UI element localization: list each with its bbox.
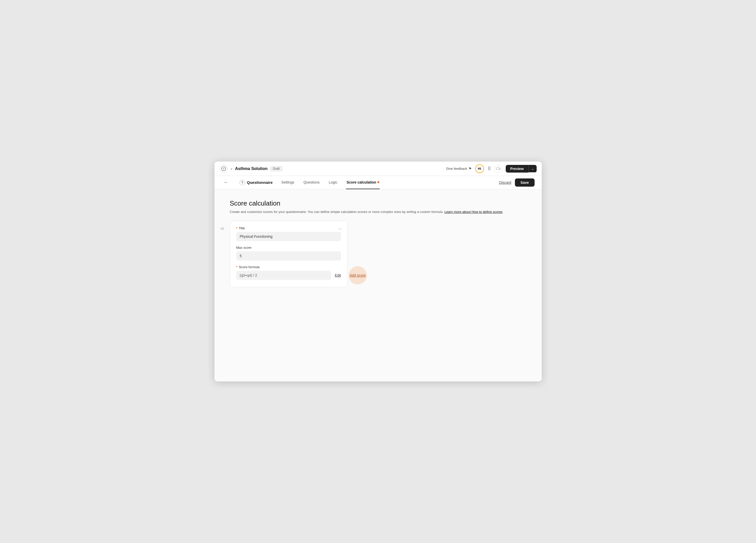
add-score-container: Add score xyxy=(348,266,367,285)
questionnaire-icon: ? xyxy=(240,180,245,185)
formula-edit-button[interactable]: Edit xyxy=(335,273,341,277)
feedback-button[interactable]: Give feedback ⚑ xyxy=(446,167,471,171)
tab-settings[interactable]: Settings xyxy=(281,176,295,189)
secondary-nav: ← ? Questionnaire Settings Questions Log… xyxy=(215,176,542,189)
unsaved-indicator xyxy=(377,181,379,183)
app-logo-chevron-icon[interactable]: ∨ xyxy=(230,167,233,171)
cloud-icon[interactable] xyxy=(494,165,502,173)
score-id: s1 xyxy=(221,227,224,230)
add-score-ripple: Add score xyxy=(348,266,367,285)
main-content: Score calculation Create and customize s… xyxy=(215,189,542,381)
formula-input[interactable] xyxy=(236,271,331,280)
score-card: ··· * Title Max score * Score formula Ed… xyxy=(230,221,347,287)
top-bar-left: ∨ Asthma Solution Draft xyxy=(220,165,283,173)
back-button[interactable]: ← xyxy=(222,179,230,186)
page-description: Create and customize scores for your que… xyxy=(230,210,526,214)
tab-logic[interactable]: Logic xyxy=(328,176,338,189)
app-window: ∨ Asthma Solution Draft Give feedback ⚑ … xyxy=(215,162,542,381)
score-options-menu-button[interactable]: ··· xyxy=(338,226,342,232)
learn-more-link[interactable]: Learn more about How to define scores xyxy=(444,210,503,214)
app-title: Asthma Solution xyxy=(235,166,268,171)
title-field-label: * Title xyxy=(236,226,341,230)
nav-actions: Discard Save xyxy=(499,178,534,187)
user-avatar: Hi xyxy=(475,164,484,173)
title-input[interactable] xyxy=(236,232,341,241)
formula-field-label: * Score formula xyxy=(236,265,341,269)
tab-questions[interactable]: Questions xyxy=(303,176,320,189)
top-bar: ∨ Asthma Solution Draft Give feedback ⚑ … xyxy=(215,162,542,176)
top-bar-right: Give feedback ⚑ Hi ⠿ Preview ⌄ xyxy=(446,164,536,173)
questionnaire-label: Questionnaire xyxy=(247,180,273,185)
max-score-field-label: Max score xyxy=(236,246,341,250)
tab-score-calculation[interactable]: Score calculation xyxy=(346,176,380,189)
questionnaire-nav-item: ? Questionnaire xyxy=(240,180,273,185)
preview-button-group: Preview ⌄ xyxy=(506,165,537,173)
feedback-label: Give feedback xyxy=(446,167,467,171)
app-logo-icon[interactable] xyxy=(220,165,228,173)
preview-button[interactable]: Preview xyxy=(506,165,528,173)
grid-icon[interactable]: ⠿ xyxy=(488,166,491,172)
add-score-button[interactable]: Add score xyxy=(349,273,366,277)
formula-row: Edit xyxy=(236,271,341,280)
save-button[interactable]: Save xyxy=(515,178,535,187)
flag-icon: ⚑ xyxy=(469,167,472,171)
draft-badge: Draft xyxy=(270,166,283,171)
tab-score-calculation-label: Score calculation xyxy=(346,180,376,184)
max-score-input[interactable] xyxy=(236,251,341,261)
page-title: Score calculation xyxy=(230,199,526,207)
preview-dropdown-button[interactable]: ⌄ xyxy=(528,165,537,172)
discard-button[interactable]: Discard xyxy=(499,180,511,185)
